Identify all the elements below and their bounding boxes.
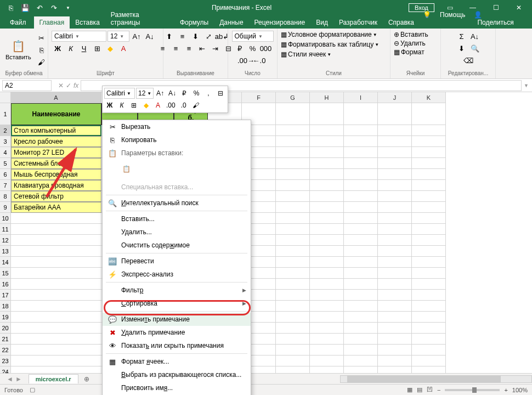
tell-me-icon[interactable]: 💡	[420, 9, 434, 29]
cell[interactable]	[310, 169, 344, 180]
horizontal-scrollbar[interactable]	[340, 375, 532, 383]
paste-button[interactable]: 📋 Вставить	[3, 37, 33, 63]
cell[interactable]	[412, 334, 446, 345]
cell[interactable]	[412, 312, 446, 323]
cell[interactable]	[310, 356, 344, 366]
cell[interactable]	[11, 224, 101, 235]
row-header-7[interactable]: 7	[0, 180, 11, 191]
percent-icon[interactable]: %	[247, 43, 259, 54]
cell[interactable]	[412, 290, 446, 301]
sheet-tab[interactable]: microexcel.r	[29, 374, 78, 383]
row-header-20[interactable]: 20	[0, 323, 11, 334]
number-format-combo[interactable]: Общий▼	[232, 31, 274, 42]
fill-icon[interactable]: ⬇	[456, 43, 468, 54]
cell[interactable]	[276, 312, 310, 323]
mini-font-combo[interactable]: Calibri▼	[104, 88, 135, 99]
row-header-12[interactable]: 12	[0, 235, 11, 246]
cell[interactable]	[344, 213, 378, 224]
cell[interactable]	[378, 312, 412, 323]
cell[interactable]	[344, 202, 378, 213]
tab-file[interactable]: Файл	[4, 16, 34, 29]
align-bottom-icon[interactable]: ⬇	[190, 31, 202, 42]
decrease-decimal-icon[interactable]: ←.0	[253, 55, 265, 66]
cell[interactable]	[412, 257, 446, 268]
row-header-11[interactable]: 11	[0, 224, 11, 235]
cell[interactable]	[412, 366, 446, 373]
cell[interactable]	[276, 279, 310, 290]
cell[interactable]	[310, 147, 344, 158]
cell[interactable]	[11, 279, 101, 290]
cell[interactable]	[276, 191, 310, 202]
row-header-6[interactable]: 6	[0, 169, 11, 180]
new-sheet-icon[interactable]: ⊕	[78, 375, 95, 383]
cell[interactable]	[344, 246, 378, 257]
cell[interactable]	[378, 169, 412, 180]
cell[interactable]	[276, 180, 310, 191]
ctx-sort[interactable]: Сортировка▶	[103, 297, 251, 310]
align-right-icon[interactable]: ≡	[183, 43, 195, 54]
format-as-table-button[interactable]: ▦ Форматировать как таблицу▼	[281, 41, 379, 48]
cell[interactable]	[378, 224, 412, 235]
mini-italic-icon[interactable]: К	[116, 100, 127, 111]
cell[interactable]	[344, 301, 378, 312]
row-header-4[interactable]: 4	[0, 147, 11, 158]
cell[interactable]	[276, 136, 310, 147]
ctx-pick-from-list[interactable]: Выбрать из раскрывающегося списка...	[103, 368, 251, 381]
cell[interactable]	[344, 323, 378, 334]
zoom-in-icon[interactable]: +	[504, 387, 507, 393]
increase-font-icon[interactable]: A↑	[131, 31, 143, 42]
fx-icon[interactable]: fx	[73, 82, 78, 89]
cell[interactable]	[310, 334, 344, 345]
cell[interactable]	[344, 191, 378, 202]
font-color-icon[interactable]: A	[117, 43, 129, 54]
cell[interactable]	[412, 169, 446, 180]
mini-dec-decimal-icon[interactable]: .0	[178, 100, 189, 111]
cell[interactable]	[344, 103, 378, 125]
cell[interactable]	[310, 301, 344, 312]
cell[interactable]	[344, 366, 378, 373]
row-header-10[interactable]: 10	[0, 213, 11, 224]
cell[interactable]	[344, 345, 378, 356]
cell[interactable]	[378, 246, 412, 257]
fill-color-icon[interactable]: ◆	[104, 43, 116, 54]
cell[interactable]	[344, 312, 378, 323]
cell-name-8[interactable]: Сетевой фильтр	[11, 191, 101, 202]
row-header-8[interactable]: 8	[0, 191, 11, 202]
delete-cells-button[interactable]: ⊖ Удалить	[394, 40, 426, 47]
cell[interactable]	[276, 323, 310, 334]
cell[interactable]	[344, 268, 378, 279]
cell[interactable]	[310, 235, 344, 246]
cell[interactable]	[310, 191, 344, 202]
mini-decrease-font-icon[interactable]: A↓	[167, 88, 178, 99]
cell[interactable]	[344, 136, 378, 147]
row-header-22[interactable]: 22	[0, 345, 11, 356]
cell-name-9[interactable]: Батарейки AAA	[11, 202, 101, 213]
insert-cells-button[interactable]: ⊕ Вставить	[394, 31, 428, 38]
cell[interactable]	[310, 213, 344, 224]
cell[interactable]	[412, 191, 446, 202]
align-middle-icon[interactable]: ≡	[177, 31, 189, 42]
cell[interactable]	[378, 356, 412, 366]
cell[interactable]	[276, 158, 310, 169]
row-header-18[interactable]: 18	[0, 301, 11, 312]
conditional-format-button[interactable]: ▦ Условное форматирование▼	[281, 31, 377, 38]
cell-name-5[interactable]: Системный блок	[11, 158, 101, 169]
cell-header-name[interactable]: Наименование	[11, 103, 101, 125]
sort-icon[interactable]: A↓	[469, 31, 481, 42]
cell[interactable]	[412, 125, 446, 136]
ctx-define-name[interactable]: Присвоить имя...	[103, 381, 251, 394]
cell[interactable]	[378, 290, 412, 301]
cell-styles-button[interactable]: ▦ Стили ячеек▼	[281, 50, 331, 58]
ctx-delete[interactable]: Удалить...	[103, 225, 251, 239]
cell[interactable]	[412, 279, 446, 290]
cell[interactable]	[412, 136, 446, 147]
cell[interactable]	[412, 323, 446, 334]
cell[interactable]	[310, 103, 344, 125]
decrease-font-icon[interactable]: A↓	[144, 31, 156, 42]
tab-view[interactable]: Вид	[310, 16, 333, 29]
cell[interactable]	[11, 246, 101, 257]
clear-icon[interactable]: ⌫	[462, 55, 474, 66]
mini-format-painter-icon[interactable]: 🖌	[190, 100, 201, 111]
enter-formula-icon[interactable]: ✓	[66, 82, 71, 89]
increase-decimal-icon[interactable]: .00→	[240, 55, 252, 66]
